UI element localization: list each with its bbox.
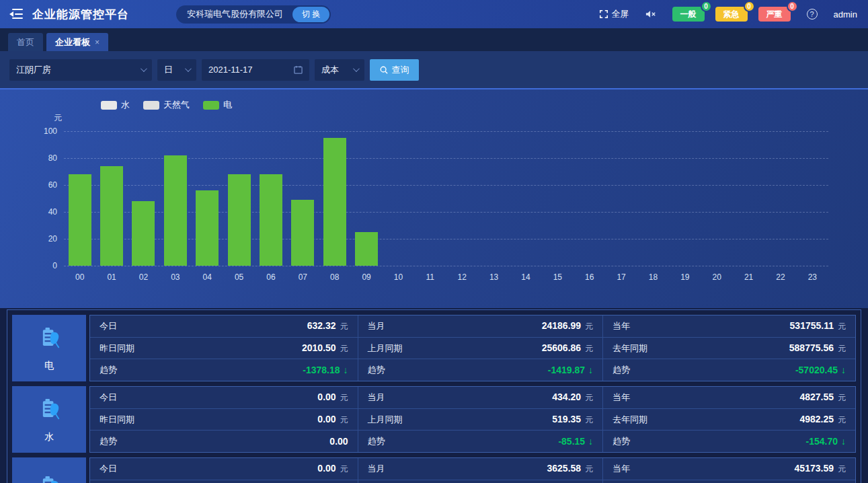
alarm-badge-一般[interactable]: 一般0 [672, 7, 705, 22]
energy-cell: 今日632.32元 [90, 315, 358, 338]
cell-value: 0.00 [317, 392, 336, 402]
x-axis-tick-label: 20 [713, 272, 721, 282]
company-selector: 安科瑞电气股份有限公司 切 换 [176, 5, 331, 24]
energy-cell: 昨日同期2010.50元 [90, 338, 358, 360]
cell-unit: 元 [340, 343, 348, 355]
energy-col-3: 当年4827.55元去年同期4982.25元趋势-154.70↓ [603, 387, 855, 452]
cell-value-wrap: 2010.50元 [302, 342, 348, 355]
period-select[interactable]: 日 [157, 59, 196, 81]
cell-label: 当年 [613, 392, 630, 404]
x-axis-tick-label: 06 [266, 272, 275, 282]
y-axis-tick-label: 100 [33, 126, 57, 136]
date-picker[interactable]: 2021-11-17 [202, 59, 309, 81]
cell-value-wrap: 24186.99元 [542, 320, 593, 332]
energy-col-3: 当年45173.59元 [603, 458, 855, 483]
y-axis-tick-label: 20 [33, 234, 57, 244]
x-axis-tick-label: 12 [458, 272, 467, 282]
energy-row-grid: 今日0.00元当月3625.58元当年45173.59元 [89, 457, 856, 483]
cell-label: 当年 [613, 320, 630, 332]
x-axis-tick-label: 14 [521, 272, 530, 282]
energy-row-grid: 今日0.00元昨日同期0.00元趋势0.00当月434.20元上月同期519.3… [89, 386, 856, 453]
filter-bar: 江阴厂房 日 2021-11-17 成本 查询 [0, 51, 868, 89]
chart-bar-电-08 [323, 138, 346, 266]
site-select[interactable]: 江阴厂房 [9, 59, 152, 81]
energy-row-电: 电今日632.32元昨日同期2010.50元趋势-1378.18↓当月24186… [12, 315, 856, 381]
cell-value: 434.20 [552, 392, 581, 402]
chart-bar-电-04 [196, 190, 219, 266]
tab-企业看板[interactable]: 企业看板× [46, 33, 108, 51]
chart-bar-电-03 [164, 155, 187, 266]
mute-button[interactable] [645, 9, 656, 19]
legend-item-水[interactable]: 水 [101, 99, 130, 111]
cell-label: 昨日同期 [100, 342, 134, 355]
search-icon [380, 66, 388, 74]
cell-value: 3625.58 [547, 463, 582, 474]
legend-label: 电 [223, 99, 232, 111]
switch-company-button[interactable]: 切 换 [292, 7, 329, 22]
cell-value: -1378.18 [303, 365, 340, 375]
query-button[interactable]: 查询 [370, 59, 419, 81]
energy-type-tile: 电 [12, 315, 86, 381]
cell-value-wrap: 0.00元 [317, 414, 348, 426]
energy-cell: 当月24186.99元 [358, 315, 603, 338]
tab-bar: 首页企业看板× [0, 28, 868, 51]
collapse-menu-icon[interactable] [9, 9, 23, 20]
cell-unit: 元 [585, 392, 593, 404]
energy-cell [358, 480, 603, 483]
x-axis-tick-label: 09 [362, 272, 370, 282]
cell-value: 4982.25 [799, 414, 834, 424]
x-axis-tick-label: 15 [553, 272, 562, 282]
chart-gridline [64, 131, 828, 132]
cell-unit: 元 [585, 343, 593, 355]
date-picker-value: 2021-11-17 [208, 65, 253, 75]
x-axis-tick-label: 03 [171, 272, 180, 282]
cell-value-wrap: 588775.56元 [789, 342, 846, 355]
battery-leaf-icon [34, 473, 64, 483]
trend-down-arrow-icon: ↓ [841, 365, 846, 375]
cell-value: 0.00 [317, 463, 336, 474]
x-axis-tick-label: 05 [235, 272, 243, 282]
x-axis-tick-label: 10 [394, 272, 403, 282]
tab-首页[interactable]: 首页 [8, 33, 43, 51]
legend-swatch [203, 101, 219, 110]
battery-leaf-icon [34, 324, 64, 354]
app-title: 企业能源管控平台 [32, 7, 129, 22]
cell-value-wrap: -85.15↓ [558, 436, 593, 447]
energy-cell: 当月434.20元 [358, 387, 603, 409]
energy-col-1: 今日0.00元昨日同期0.00元趋势0.00 [90, 387, 358, 452]
metric-select[interactable]: 成本 [315, 59, 364, 81]
legend-swatch [143, 101, 159, 110]
help-icon[interactable]: ? [807, 9, 818, 20]
cell-value: -1419.87 [548, 365, 585, 375]
username[interactable]: admin [834, 9, 857, 20]
cell-value: 632.32 [307, 320, 336, 331]
cell-value-wrap: -1419.87↓ [548, 365, 593, 375]
alarm-badge-紧急[interactable]: 紧急0 [715, 7, 748, 22]
fullscreen-button[interactable]: 全屏 [599, 8, 629, 20]
x-axis-tick-label: 13 [489, 272, 498, 282]
cell-label: 当月 [368, 463, 385, 475]
legend-item-天然气[interactable]: 天然气 [143, 99, 190, 111]
cell-value: 531755.11 [790, 320, 834, 331]
energy-cell: 去年同期588775.56元 [603, 338, 855, 360]
legend-item-电[interactable]: 电 [203, 99, 232, 111]
cell-label: 今日 [100, 392, 117, 404]
cell-unit: 元 [340, 463, 348, 475]
energy-cell: 趋势0.00 [90, 431, 358, 452]
energy-row-grid: 今日632.32元昨日同期2010.50元趋势-1378.18↓当月24186.… [89, 315, 856, 381]
x-axis-tick-label: 04 [203, 272, 212, 282]
cell-unit: 元 [838, 463, 846, 475]
cell-unit: 元 [585, 414, 593, 426]
cell-label: 当年 [613, 463, 630, 475]
tab-close-icon[interactable]: × [95, 38, 100, 47]
energy-cell: 趋势-154.70↓ [603, 431, 855, 452]
energy-cell: 今日0.00元 [90, 458, 358, 480]
chevron-down-icon [353, 65, 360, 72]
alarm-badge-严重[interactable]: 严重0 [758, 7, 791, 22]
cell-value-wrap: 0.00 [329, 436, 348, 447]
chart-plot-area: 0204060801000001020304050607080910111213… [64, 131, 828, 266]
x-axis-tick-label: 07 [299, 272, 307, 282]
cell-label: 今日 [100, 320, 117, 332]
cell-value: 4827.55 [799, 392, 834, 402]
energy-col-1: 今日0.00元 [90, 458, 358, 483]
